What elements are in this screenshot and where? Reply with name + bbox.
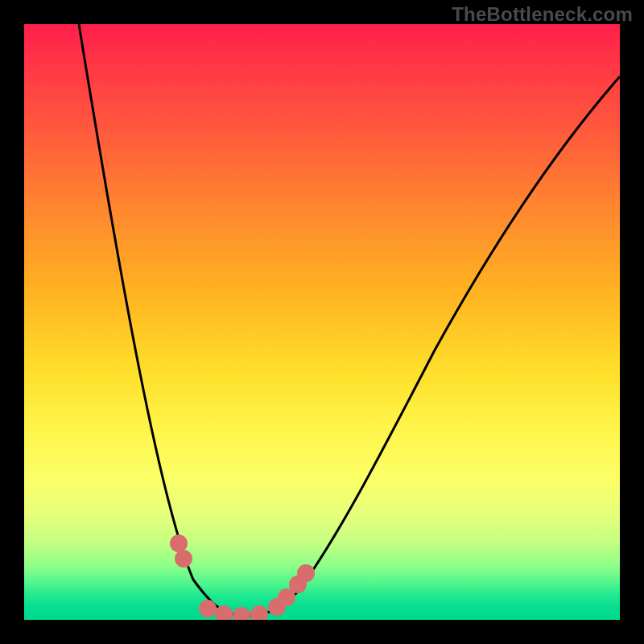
bottleneck-curve	[79, 24, 620, 616]
marker-dot	[233, 607, 250, 620]
plot-area	[24, 24, 620, 620]
marker-dot	[175, 550, 192, 568]
marker-dot	[170, 535, 188, 552]
chart-svg	[24, 24, 620, 620]
watermark-label: TheBottleneck.com	[452, 3, 633, 26]
marker-dot	[250, 605, 268, 620]
marker-dot	[297, 564, 315, 582]
chart-frame: TheBottleneck.com	[0, 0, 644, 644]
marker-dot	[199, 600, 217, 617]
